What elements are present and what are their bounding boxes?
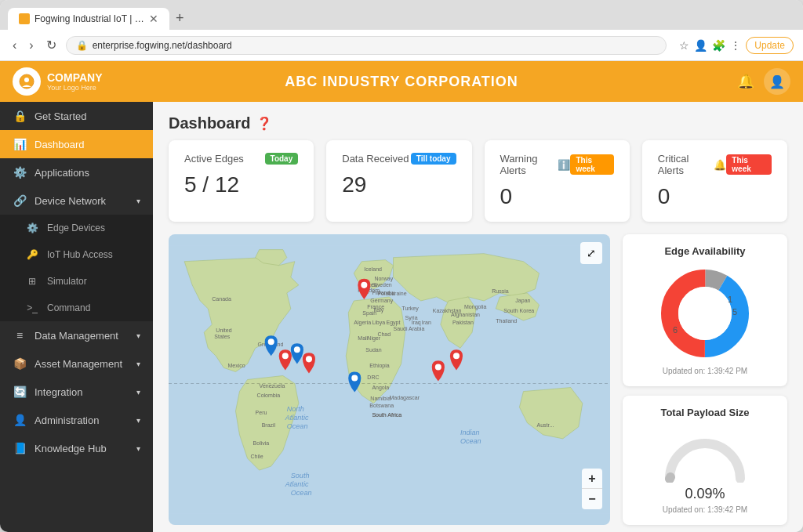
stat-card-critical-alerts: Critical Alerts 🔔 This week 0: [642, 140, 787, 222]
command-icon: >_: [25, 302, 39, 313]
chevron-down-icon-6: ▾: [136, 444, 140, 453]
browser-window: Fogwing Industrial IoT | Dashb... ✕ + ‹ …: [0, 0, 803, 532]
company-logo: COMPANY Your Logo Here: [13, 67, 103, 96]
notification-button[interactable]: 🔔: [737, 73, 754, 90]
sidebar-item-get-started[interactable]: 🔒 Get Started: [0, 102, 153, 130]
stat-header-critical-alerts: Critical Alerts 🔔 This week: [658, 153, 772, 176]
stat-header-active-edges: Active Edges Today: [184, 153, 298, 165]
sidebar-item-knowledge-hub[interactable]: 📘 Knowledge Hub ▾: [0, 434, 153, 462]
svg-text:Ukraine: Ukraine: [387, 291, 406, 296]
update-button[interactable]: Update: [746, 37, 794, 54]
zoom-out-button[interactable]: −: [582, 489, 602, 509]
svg-text:1: 1: [728, 295, 732, 304]
sidebar-item-integration[interactable]: 🔄 Integration ▾: [0, 378, 153, 406]
svg-text:Iceland: Iceland: [364, 266, 382, 272]
sidebar-item-administration[interactable]: 👤 Administration ▾: [0, 406, 153, 434]
total-payload-title: Total Payload Size: [634, 407, 776, 418]
stat-label-warning-alerts: Warning Alerts ℹ️: [500, 153, 571, 176]
svg-text:Afghanistan: Afghanistan: [451, 312, 480, 318]
zoom-in-button[interactable]: +: [582, 469, 602, 489]
svg-text:Namibia: Namibia: [370, 396, 391, 401]
stat-label-data-received: Data Received: [342, 153, 409, 165]
device-network-icon: 🔗: [13, 194, 27, 207]
bookmark-icon[interactable]: ☆: [679, 39, 689, 52]
stat-badge-critical-alerts: This week: [726, 154, 772, 175]
lock-icon: 🔒: [76, 40, 88, 51]
profile-icon[interactable]: 👤: [694, 39, 707, 52]
svg-text:Atlantic: Atlantic: [285, 480, 309, 488]
sidebar-submenu-device-network: ⚙️ Edge Devices 🔑 IoT Hub Access ⊞ Simul…: [0, 215, 153, 321]
map-expand-button[interactable]: ⤢: [580, 242, 602, 264]
back-button[interactable]: ‹: [9, 37, 20, 54]
company-sub: Your Logo Here: [47, 84, 103, 92]
svg-text:Russia: Russia: [492, 288, 509, 294]
company-name: COMPANY: [47, 71, 103, 84]
tab-close-icon[interactable]: ✕: [149, 13, 158, 25]
svg-text:North: North: [287, 405, 304, 413]
topbar-actions: 🔔 👤: [737, 68, 790, 95]
page-title: Dashboard: [169, 114, 250, 132]
svg-text:Germany: Germany: [370, 298, 393, 304]
extension-icon[interactable]: 🧩: [712, 39, 725, 52]
active-tab[interactable]: Fogwing Industrial IoT | Dashb... ✕: [8, 8, 169, 30]
donut-chart: 1 5 6: [658, 266, 752, 360]
tab-favicon: [19, 13, 30, 24]
svg-text:Sudan: Sudan: [365, 347, 381, 353]
sidebar-item-data-management[interactable]: ≡ Data Management ▾: [0, 321, 153, 349]
applications-icon: ⚙️: [13, 166, 27, 179]
new-tab-button[interactable]: +: [171, 10, 189, 27]
sidebar-item-edge-devices[interactable]: ⚙️ Edge Devices: [0, 215, 153, 241]
svg-text:Thailand: Thailand: [496, 318, 517, 324]
chevron-down-icon-5: ▾: [136, 416, 140, 425]
topbar: COMPANY Your Logo Here ABC INDUSTRY CORP…: [0, 61, 803, 102]
stat-label-active-edges: Active Edges: [184, 153, 244, 165]
forward-button[interactable]: ›: [26, 37, 36, 54]
iot-hub-icon: 🔑: [25, 249, 39, 260]
address-bar: ‹ › ↻ 🔒 enterprise.fogwing.net/dashboard…: [0, 30, 803, 61]
avatar-button[interactable]: 👤: [764, 68, 790, 95]
url-bar[interactable]: 🔒 enterprise.fogwing.net/dashboard: [66, 36, 667, 55]
refresh-button[interactable]: ↻: [43, 36, 60, 54]
sidebar-label-get-started: Get Started: [35, 110, 86, 122]
svg-text:Atlantic: Atlantic: [285, 414, 309, 422]
stat-header-data-received: Data Received Till today: [342, 153, 456, 165]
edge-devices-icon: ⚙️: [25, 223, 39, 233]
svg-text:Brazil: Brazil: [262, 422, 276, 428]
sidebar-item-applications[interactable]: ⚙️ Applications: [0, 158, 153, 186]
edge-availability-title: Edge Availability: [634, 245, 776, 257]
stat-card-data-received: Data Received Till today 29: [326, 140, 471, 222]
help-icon[interactable]: ❓: [256, 116, 272, 131]
svg-text:Saudi Arabia: Saudi Arabia: [394, 326, 425, 331]
sidebar-item-iot-hub[interactable]: 🔑 IoT Hub Access: [0, 241, 153, 268]
edge-availability-card: Edge Availability: [623, 234, 787, 386]
sidebar-item-dashboard[interactable]: 📊 Dashboard: [0, 130, 153, 158]
sidebar-label-asset-management: Asset Management: [35, 358, 122, 370]
svg-text:Madagascar: Madagascar: [390, 395, 420, 401]
sidebar-item-asset-management[interactable]: 📦 Asset Management ▾: [0, 349, 153, 378]
svg-text:E: E: [362, 283, 366, 288]
svg-text:Pakistan: Pakistan: [452, 320, 474, 325]
svg-text:E: E: [307, 356, 311, 362]
svg-text:South Africa: South Africa: [372, 412, 402, 418]
svg-text:6: 6: [673, 325, 678, 335]
svg-text:E: E: [269, 339, 273, 345]
menu-icon[interactable]: ⋮: [730, 39, 741, 52]
stat-header-warning-alerts: Warning Alerts ℹ️ This week: [500, 153, 614, 176]
stat-badge-data-received: Till today: [411, 153, 456, 165]
sidebar: 🔒 Get Started 📊 Dashboard ⚙️ Application…: [0, 102, 153, 532]
svg-text:Bolivia: Bolivia: [253, 440, 270, 446]
svg-text:Angola: Angola: [372, 385, 389, 391]
sidebar-item-device-network[interactable]: 🔗 Device Network ▾: [0, 186, 153, 215]
right-panel: Edge Availability: [623, 234, 787, 525]
sidebar-label-applications: Applications: [35, 167, 89, 179]
data-mgmt-icon: ≡: [13, 329, 27, 342]
tab-bar: Fogwing Industrial IoT | Dashb... ✕ +: [0, 0, 803, 30]
stats-row: Active Edges Today 5 / 12 Data Received …: [153, 140, 803, 234]
svg-text:Ocean: Ocean: [460, 437, 481, 445]
lock-icon: 🔒: [13, 110, 27, 122]
sidebar-label-command: Command: [47, 302, 90, 313]
sidebar-item-simulator[interactable]: ⊞ Simulator: [0, 268, 153, 295]
sidebar-label-administration: Administration: [35, 414, 99, 426]
stat-badge-warning-alerts: This week: [570, 154, 613, 175]
sidebar-item-command[interactable]: >_ Command: [0, 295, 153, 321]
